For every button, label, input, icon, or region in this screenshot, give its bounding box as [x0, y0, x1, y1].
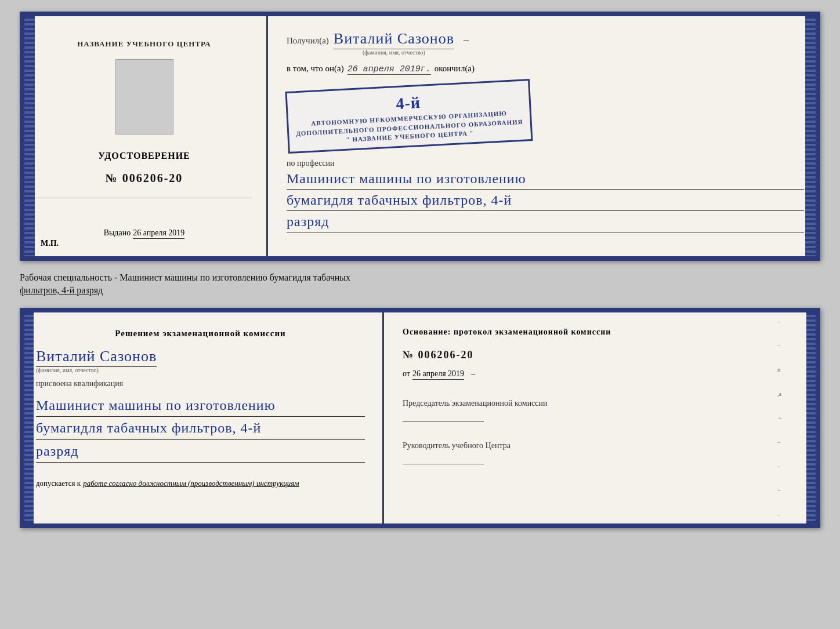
bottom-right-panel: Основание: протокол экзаменационной коми… — [384, 312, 816, 523]
profession-label: по профессии — [287, 159, 335, 168]
photo-placeholder — [115, 59, 173, 134]
osnov-label: Основание: протокол экзаменационной коми… — [403, 326, 804, 338]
head-sign-line — [403, 454, 484, 464]
cert-number: № 006206-20 — [106, 172, 183, 185]
school-name-header: НАЗВАНИЕ УЧЕБНОГО ЦЕНТРА — [77, 39, 211, 49]
prisvoena-label: присвоена квалификация — [36, 379, 365, 388]
bottom-left-panel: Решением экзаменационной комиссии Витали… — [24, 312, 384, 523]
person-name-block: Виталий Сазонов (фамилия, имя, отчество) — [36, 348, 365, 373]
ot-date: 26 апреля 2019 — [412, 369, 464, 380]
profession-block: по профессии Машинист машины по изготовл… — [287, 158, 804, 232]
ot-line: от 26 апреля 2019 – — [403, 369, 804, 380]
commission-title: Решением экзаменационной комиссии — [36, 329, 365, 339]
fio-subtitle: (фамилия, имя, отчество) — [363, 49, 425, 56]
chairman-label: Председатель экзаменационной комиссии — [403, 397, 804, 422]
diploma-right-panel: Получил(а) Виталий Сазонов (фамилия, имя… — [268, 16, 816, 256]
vtom-date: 26 апреля 2019г. — [347, 64, 431, 75]
okonchil-label: окончил(а) — [435, 64, 475, 74]
profession-line3: разряд — [287, 211, 804, 232]
ot-label: от — [403, 369, 410, 379]
recipient-name: Виталий Сазонов — [334, 30, 454, 49]
vtom-label: в том, что он(а) — [287, 64, 344, 74]
issued-date: 26 апреля 2019 — [133, 228, 184, 239]
middle-text-line1: Рабочая специальность - Машинист машины … — [20, 272, 350, 282]
profession-line1: Машинист машины по изготовлению — [287, 168, 804, 190]
chairman-sign-line — [403, 412, 484, 422]
qual-line3: разряд — [36, 440, 365, 463]
diploma-left-panel: НАЗВАНИЕ УЧЕБНОГО ЦЕНТРА УДОСТОВЕРЕНИЕ №… — [24, 16, 268, 256]
stamp-container: 4-й АВТОНОМНУЮ НЕКОММЕРЧЕСКУЮ ОРГАНИЗАЦИ… — [287, 83, 804, 150]
dopusk-value: работе согласно должностным (производств… — [83, 479, 299, 488]
recipient-line: Получил(а) Виталий Сазонов (фамилия, имя… — [287, 30, 804, 56]
middle-text-line2: фильтров, 4-й разряд — [20, 285, 103, 295]
protocol-number: № 006206-20 — [403, 349, 804, 361]
bottom-fio-sub: (фамилия, имя, отчество) — [36, 367, 99, 373]
dopusk-line: допускается к работе согласно должностны… — [36, 479, 365, 488]
head-label: Руководитель учебного Центра — [403, 439, 804, 464]
mp-label: М.П. — [41, 239, 59, 248]
middle-description: Рабочая специальность - Машинист машины … — [20, 271, 820, 297]
stamp: 4-й АВТОНОМНУЮ НЕКОММЕРЧЕСКУЮ ОРГАНИЗАЦИ… — [285, 79, 533, 154]
right-decorative-strip — [805, 16, 816, 256]
recipient-label: Получил(а) — [287, 36, 329, 46]
issued-label: Выдано — [104, 228, 131, 238]
cert-label: УДОСТОВЕРЕНИЕ — [98, 151, 190, 161]
qual-line1: Машинист машины по изготовлению — [36, 394, 365, 417]
issued-line: Выдано 26 апреля 2019 — [104, 228, 185, 239]
person-name: Виталий Сазонов — [36, 348, 157, 367]
qualification-block: Машинист машины по изготовлению бумагидл… — [36, 394, 365, 463]
dopusk-label: допускается к — [36, 479, 81, 488]
diploma-document: НАЗВАНИЕ УЧЕБНОГО ЦЕНТРА УДОСТОВЕРЕНИЕ №… — [20, 12, 820, 261]
bottom-document: Решением экзаменационной комиссии Витали… — [20, 308, 820, 528]
profession-line2: бумагидля табачных фильтров, 4-й — [287, 190, 804, 211]
qual-line2: бумагидля табачных фильтров, 4-й — [36, 417, 365, 439]
vtom-line: в том, что он(а) 26 апреля 2019г. окончи… — [287, 64, 804, 75]
divider — [36, 198, 252, 198]
bottom-right-strip — [806, 312, 816, 523]
